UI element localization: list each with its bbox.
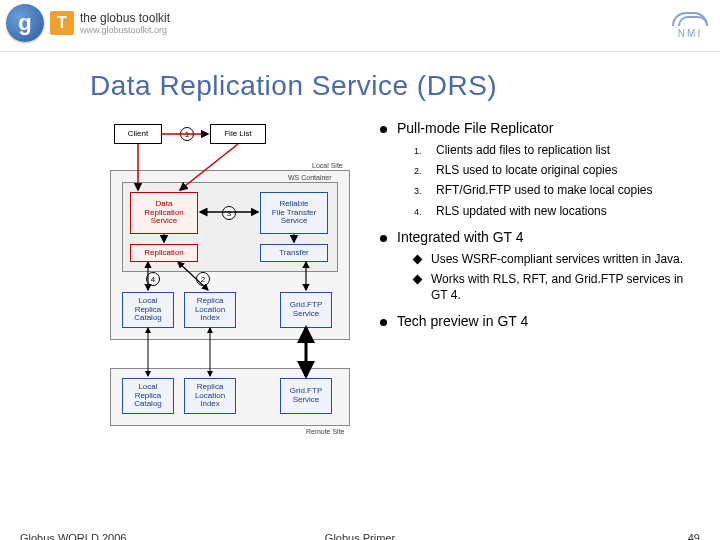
logo-text: the globus toolkit www.globustoolkit.org bbox=[80, 11, 170, 35]
diagram-callout-3: 3 bbox=[222, 206, 236, 220]
diagram-client: Client bbox=[114, 124, 162, 144]
diagram-lrc: Local Replica Catalog bbox=[122, 292, 174, 328]
diagram-drs: Data Replication Service bbox=[130, 192, 198, 234]
diagram-remote-site-label: Remote Site bbox=[306, 428, 345, 435]
diagram-local-site-label: Local Site bbox=[312, 162, 343, 169]
diagram-rft: Reliable File Transfer Service bbox=[260, 192, 328, 234]
diagram-callout-4: 4 bbox=[146, 272, 160, 286]
slide-title: Data Replication Service (DRS) bbox=[90, 70, 497, 102]
bullet-2-item-2: Works with RLS, RFT, and Grid.FTP servic… bbox=[414, 271, 700, 303]
architecture-diagram: Client File List 1 Local Site WS Contain… bbox=[100, 120, 360, 460]
bullet-dot-icon bbox=[380, 319, 387, 326]
bullet-1-item-1: 1.Clients add files to replication list bbox=[414, 142, 700, 158]
footer-center: Globus Primer bbox=[325, 532, 395, 540]
nmi-text: NMI bbox=[672, 28, 708, 39]
globus-logo: g T the globus toolkit www.globustoolkit… bbox=[6, 4, 170, 42]
diagram-ws-container-label: WS Container bbox=[288, 174, 332, 181]
diagram-gridftp2: Grid.FTP Service bbox=[280, 378, 332, 414]
bullet-1-item-2: 2.RLS used to locate original copies bbox=[414, 162, 700, 178]
diagram-filelist: File List bbox=[210, 124, 266, 144]
nmi-swoosh-icon bbox=[672, 12, 708, 26]
toolkit-url: www.globustoolkit.org bbox=[80, 25, 170, 35]
diagram-callout-2: 2 bbox=[196, 272, 210, 286]
globus-t-icon: T bbox=[50, 11, 74, 35]
diagram-replication: Replication bbox=[130, 244, 198, 262]
bullet-1-item-3: 3.RFT/Grid.FTP used to make local copies bbox=[414, 182, 700, 198]
bullet-3: Tech preview in GT 4 bbox=[380, 313, 700, 329]
bullet-2-item-1: Uses WSRF-compliant services written in … bbox=[414, 251, 700, 267]
bullet-3-head: Tech preview in GT 4 bbox=[397, 313, 528, 329]
footer-left: Globus.WORLD 2006 bbox=[20, 532, 126, 540]
header: g T the globus toolkit www.globustoolkit… bbox=[0, 0, 720, 52]
footer-right: 49 bbox=[688, 532, 700, 540]
bullet-2-head: Integrated with GT 4 bbox=[397, 229, 524, 245]
bullet-1-head: Pull-mode File Replicator bbox=[397, 120, 553, 136]
diagram-transfer: Transfer bbox=[260, 244, 328, 262]
diagram-callout-1: 1 bbox=[180, 127, 194, 141]
diagram-rli2: Replica Location Index bbox=[184, 378, 236, 414]
bullet-1-item-4: 4.RLS updated with new locations bbox=[414, 203, 700, 219]
bullet-1: Pull-mode File Replicator 1.Clients add … bbox=[380, 120, 700, 219]
content: Client File List 1 Local Site WS Contain… bbox=[0, 120, 720, 460]
diamond-icon bbox=[413, 254, 423, 264]
diagram-rli: Replica Location Index bbox=[184, 292, 236, 328]
bullet-content: Pull-mode File Replicator 1.Clients add … bbox=[380, 120, 700, 460]
globus-g-icon: g bbox=[6, 4, 44, 42]
bullet-dot-icon bbox=[380, 235, 387, 242]
diagram-gridftp: Grid.FTP Service bbox=[280, 292, 332, 328]
diagram-lrc2: Local Replica Catalog bbox=[122, 378, 174, 414]
nmi-logo: NMI bbox=[672, 12, 708, 39]
bullet-dot-icon bbox=[380, 126, 387, 133]
bullet-2: Integrated with GT 4 Uses WSRF-compliant… bbox=[380, 229, 700, 304]
toolkit-text: the globus toolkit bbox=[80, 11, 170, 25]
diamond-icon bbox=[413, 274, 423, 284]
